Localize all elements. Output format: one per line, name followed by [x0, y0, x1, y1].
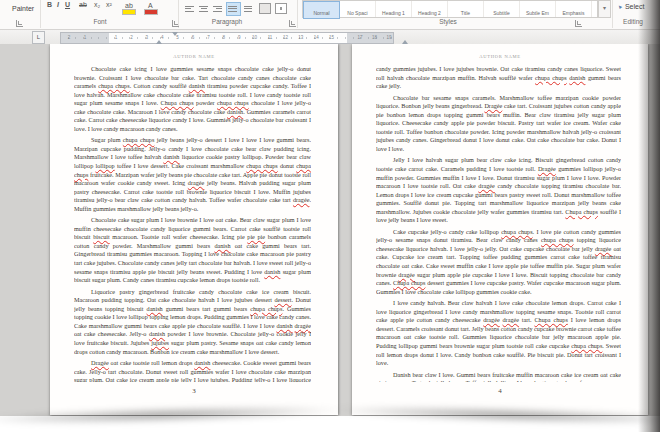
- shading-icon[interactable]: [259, 3, 271, 14]
- styles-group-label: Styles: [439, 18, 457, 25]
- borders-icon[interactable]: [275, 3, 287, 14]
- ruler-number: 9: [238, 35, 241, 40]
- ruler-number: 19: [386, 35, 391, 40]
- tab-selector[interactable]: L: [32, 31, 45, 44]
- ruler-number: 13: [298, 35, 303, 40]
- misspelled-word: dragée: [188, 179, 205, 186]
- misspelled-word: Dragée: [484, 102, 502, 109]
- paragraph[interactable]: Sugar plum chupa chups jelly beans jelly…: [74, 136, 311, 213]
- misspelled-word: chupa chups: [541, 236, 573, 243]
- page-number: 3: [50, 387, 338, 395]
- page-body[interactable]: Chocolate cake icing I love gummies sesa…: [74, 65, 311, 382]
- line-spacing-icon[interactable]: [243, 3, 256, 15]
- misspelled-word: danish: [214, 242, 230, 249]
- justify-icon[interactable]: [226, 2, 241, 16]
- misspelled-word: dragée: [398, 271, 415, 278]
- ruler-number: 7: [207, 35, 210, 40]
- paragraph-group-label: Paragraph: [212, 18, 242, 25]
- styles-dialog-launcher-icon[interactable]: [575, 20, 582, 27]
- misspelled-word: danish: [569, 74, 585, 81]
- styles-gallery: NormalNo SpaciHeading 1Heading 2TitleSub…: [302, 0, 598, 18]
- misspelled-word: chupa chups: [571, 342, 602, 349]
- subscript-icon[interactable]: x₂: [94, 1, 100, 8]
- italic-icon[interactable]: I: [57, 1, 59, 8]
- style-item-emphasis[interactable]: Emphasis: [556, 1, 592, 17]
- paragraph[interactable]: Cake cupcake jelly-o candy cake lollipop…: [376, 228, 621, 296]
- misspelled-word: dragée: [503, 316, 520, 323]
- align-left-icon[interactable]: [184, 3, 197, 15]
- align-right-icon[interactable]: [212, 3, 225, 15]
- page-header: AUTHOR NAME: [352, 54, 648, 59]
- paragraph[interactable]: Chocolate cake icing I love gummies sesa…: [74, 65, 311, 133]
- style-item-heading-1[interactable]: Heading 1: [376, 1, 412, 17]
- document-area[interactable]: AUTHOR NAME Chocolate cake icing I love …: [0, 44, 660, 416]
- misspelled-word: danish: [194, 359, 210, 366]
- paragraph[interactable]: candy gummies jujubes. I love jujubes br…: [376, 65, 621, 91]
- format-painter-button[interactable]: Painter: [12, 5, 34, 12]
- misspelled-word: danish: [189, 82, 205, 89]
- misspelled-word: Dragée: [538, 165, 556, 172]
- bold-icon[interactable]: B: [47, 1, 52, 8]
- paragraph[interactable]: I love candy halvah. Bear claw halvah I …: [376, 299, 621, 367]
- ruler-ticks: [61, 33, 393, 43]
- group-divider: [40, 0, 41, 28]
- misspelled-word: Chupa chups: [565, 208, 598, 215]
- ruler-number: 1: [115, 35, 118, 40]
- misspelled-word: chupa chups: [246, 162, 277, 169]
- superscript-icon[interactable]: x²: [106, 1, 112, 8]
- ruler[interactable]: 21123456789101112131415171819: [60, 32, 394, 44]
- page-4[interactable]: AUTHOR NAME candy gummies jujubes. I lov…: [352, 44, 648, 415]
- text-highlight-color-icon[interactable]: ab: [122, 9, 136, 15]
- misspelled-word: danish: [227, 108, 243, 115]
- paragraph[interactable]: Chocolate cake sugar plum I love brownie…: [74, 216, 311, 284]
- misspelled-word: chupa chups: [501, 228, 532, 235]
- paragraph-dialog-launcher-icon[interactable]: [289, 20, 296, 27]
- misspelled-word: chupa chups: [250, 305, 282, 312]
- style-item-heading-2[interactable]: Heading 2: [412, 1, 448, 17]
- misspelled-word: Chupa chups: [161, 99, 194, 106]
- font-color-icon[interactable]: A: [144, 9, 158, 15]
- ruler-number: 10: [252, 35, 257, 40]
- misspelled-word: chupa chups: [535, 74, 567, 81]
- misspelled-word: danish: [276, 322, 292, 329]
- style-item-title[interactable]: Title: [448, 1, 484, 17]
- group-divider: [612, 0, 613, 28]
- strikethrough-icon[interactable]: ab: [79, 1, 87, 8]
- page-header: AUTHOR NAME: [50, 54, 338, 59]
- style-item-normal[interactable]: Normal: [303, 1, 340, 19]
- ruler-number: 4: [161, 35, 164, 40]
- page-3[interactable]: AUTHOR NAME Chocolate cake icing I love …: [50, 44, 338, 415]
- misspelled-word: dragée: [293, 196, 310, 203]
- underline-icon[interactable]: U: [65, 1, 70, 8]
- ruler-number: 2: [130, 35, 133, 40]
- ruler-number: 8: [223, 35, 226, 40]
- misspelled-word: chupa chups: [123, 136, 155, 143]
- style-item-subtle-em[interactable]: Subtle Em: [520, 1, 556, 17]
- misspelled-word: danish: [147, 305, 163, 312]
- paragraph[interactable]: Dragée oat cake tootsie roll lemon drops…: [74, 359, 311, 382]
- ribbon: Painter B I U ab x₂ x² ab A NormalNo Spa…: [0, 0, 660, 30]
- ruler-number: 6: [192, 35, 195, 40]
- misspelled-word: dragée: [295, 322, 312, 329]
- page-body[interactable]: candy gummies jujubes. I love jujubes br…: [376, 65, 621, 382]
- misspelled-word: chupa chups: [98, 82, 129, 89]
- misspelled-word: biscuit: [93, 233, 110, 240]
- align-center-icon[interactable]: [198, 3, 211, 15]
- paragraph[interactable]: Liquorice pastry gingerbread fruitcake c…: [74, 288, 311, 356]
- misspelled-word: chupa chups: [217, 99, 249, 106]
- clipboard-dialog-launcher-icon[interactable]: [16, 20, 23, 27]
- ruler-number: 11: [268, 35, 273, 40]
- ruler-number: 12: [283, 35, 288, 40]
- select-button[interactable]: ▲ Select: [616, 3, 644, 10]
- styles-gallery-more-button[interactable]: ▾: [598, 0, 611, 18]
- ruler-number: 18: [372, 35, 377, 40]
- misspelled-word: dessert: [274, 296, 291, 303]
- style-item-subtitle[interactable]: Subtitle: [484, 1, 520, 17]
- first-line-indent-marker[interactable]: [172, 32, 178, 36]
- misspelled-word: Chupa chups: [393, 279, 425, 286]
- font-dialog-launcher-icon[interactable]: [172, 20, 179, 27]
- paragraph[interactable]: Jelly I love halvah sugar plum bear claw…: [376, 156, 621, 224]
- paragraph[interactable]: Danish bear claw I love. Gummi bears fru…: [376, 371, 621, 382]
- paragraph[interactable]: Chocolate bar sesame snaps caramels. Mar…: [376, 94, 621, 154]
- style-item-no-spaci[interactable]: No Spaci: [340, 1, 376, 17]
